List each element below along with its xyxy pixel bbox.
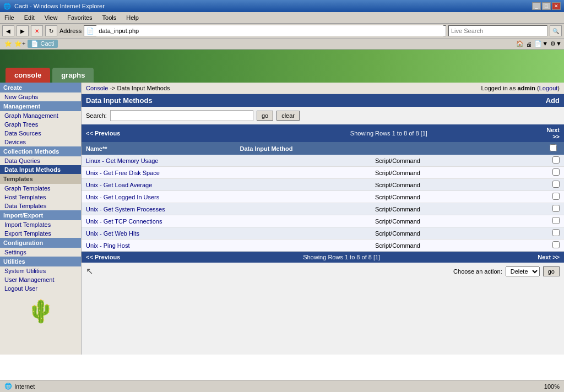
page-tools-icon[interactable]: 📄▼ — [534, 40, 548, 47]
tools-icon[interactable]: ⚙▼ — [550, 40, 562, 47]
logout-link[interactable]: Logout — [539, 85, 558, 91]
forward-button[interactable]: ▶ — [17, 25, 29, 36]
sidebar-item-import-templates[interactable]: Import Templates — [0, 220, 81, 229]
row-name-link[interactable]: Unix - Get Web Hits — [86, 230, 139, 237]
data-table-bottom: << Previous Showing Rows 1 to 8 of 8 [1]… — [82, 252, 564, 263]
tab-indicator: 📄 Cacti — [28, 40, 57, 48]
add-link[interactable]: Add — [546, 96, 560, 105]
search-field[interactable] — [110, 110, 253, 121]
data-rows-table: Linux - Get Memory Usage Script/Command … — [82, 155, 564, 252]
row-name-link[interactable]: Unix - Get System Processes — [86, 206, 165, 213]
sidebar-item-new-graphs[interactable]: New Graphs — [0, 92, 81, 101]
row-checkbox-cell — [548, 215, 564, 227]
stop-button[interactable]: ✕ — [31, 25, 43, 36]
search-clear-btn[interactable]: clear — [276, 111, 300, 121]
row-checkbox-cell — [548, 203, 564, 215]
sidebar-import-export-header: Import/Export — [0, 210, 81, 220]
sidebar-item-data-templates[interactable]: Data Templates — [0, 202, 81, 210]
tab-graphs[interactable]: graphs — [52, 68, 94, 83]
table-rows-container: Linux - Get Memory Usage Script/Command … — [82, 155, 564, 252]
row-method: Script/Command — [371, 179, 548, 191]
row-name-link[interactable]: Unix - Get Load Average — [86, 182, 152, 188]
prev-link-top[interactable]: << Previous — [86, 130, 120, 137]
title-bar: 🌐 Cacti - Windows Internet Explorer _ □ … — [0, 0, 564, 12]
row-checkbox[interactable] — [552, 156, 560, 164]
row-method: Script/Command — [371, 155, 548, 167]
sidebar-management-header: Management — [0, 101, 81, 111]
action-select[interactable]: Delete — [506, 266, 540, 276]
data-table: << Previous Showing Rows 1 to 8 of 8 [1]… — [82, 124, 564, 155]
select-all-checkbox[interactable] — [550, 144, 557, 151]
row-name-link[interactable]: Unix - Ping Host — [86, 242, 129, 249]
menu-favorites[interactable]: Favorites — [65, 13, 94, 22]
row-checkbox-cell — [548, 239, 564, 252]
sidebar-item-logout-user[interactable]: Logout User — [0, 284, 81, 293]
next-link-bottom[interactable]: Next >> — [538, 254, 560, 260]
row-checkbox[interactable] — [552, 168, 560, 176]
menu-tools[interactable]: Tools — [100, 13, 119, 22]
sidebar-item-host-templates[interactable]: Host Templates — [0, 193, 81, 202]
sidebar-item-data-input-methods[interactable]: Data Input Methods — [0, 165, 81, 174]
sidebar-item-settings[interactable]: Settings — [0, 248, 81, 257]
sidebar-configuration-header: Configuration — [0, 238, 81, 248]
menu-file[interactable]: File — [2, 13, 17, 22]
sidebar-item-graph-templates[interactable]: Graph Templates — [0, 184, 81, 193]
sidebar-item-devices[interactable]: Devices — [0, 138, 81, 146]
sidebar-item-graph-trees[interactable]: Graph Trees — [0, 120, 81, 129]
sidebar-create-header: Create — [0, 83, 81, 92]
table-row: Unix - Get Logged In Users Script/Comman… — [82, 191, 564, 203]
action-row: ↖ Choose an action: Delete go — [82, 263, 564, 280]
action-go-btn[interactable]: go — [543, 266, 560, 276]
restore-button[interactable]: □ — [542, 2, 551, 10]
showing-text-top: Showing Rows 1 to 8 of 8 [1] — [236, 124, 543, 142]
search-go-btn[interactable]: go — [257, 111, 273, 121]
close-button[interactable]: ✕ — [552, 2, 561, 10]
row-checkbox[interactable] — [552, 205, 560, 212]
col-name-header[interactable]: Name** — [86, 145, 107, 152]
minimize-button[interactable]: _ — [532, 2, 541, 10]
refresh-button[interactable]: ↻ — [45, 25, 57, 36]
content-area: Console -> Data Input Methods Logged in … — [82, 83, 564, 355]
menu-view[interactable]: View — [42, 13, 60, 22]
row-checkbox[interactable] — [552, 181, 560, 188]
breadcrumb-logout-close: ) — [557, 85, 560, 91]
tab-console[interactable]: console — [6, 68, 50, 83]
nav-row-bottom: << Previous Showing Rows 1 to 8 of 8 [1]… — [82, 252, 564, 263]
nav-row-top: << Previous Showing Rows 1 to 8 of 8 [1]… — [82, 124, 564, 142]
prev-link-bottom[interactable]: << Previous — [86, 254, 120, 260]
main-layout: Create New Graphs Management Graph Manag… — [0, 83, 564, 355]
row-name-link[interactable]: Linux - Get Memory Usage — [86, 157, 158, 164]
next-link-top[interactable]: Next >> — [546, 127, 560, 140]
menu-help[interactable]: Help — [124, 13, 141, 22]
table-row: Unix - Get Free Disk Space Script/Comman… — [82, 167, 564, 179]
sidebar-item-system-utilities[interactable]: System Utilities — [0, 266, 81, 275]
print-icon[interactable]: 🖨 — [526, 41, 532, 47]
back-button[interactable]: ◀ — [2, 25, 14, 36]
row-checkbox[interactable] — [552, 241, 560, 248]
address-input[interactable] — [96, 25, 443, 36]
search-go-button[interactable]: 🔍 — [550, 25, 562, 36]
menu-bar: File Edit View Favorites Tools Help — [0, 12, 564, 24]
sidebar-item-user-management[interactable]: User Management — [0, 275, 81, 284]
sidebar-item-data-queries[interactable]: Data Queries — [0, 156, 81, 165]
sidebar-item-graph-management[interactable]: Graph Management — [0, 111, 81, 120]
row-checkbox[interactable] — [552, 229, 560, 236]
add-favorites-icon: ⭐+ — [14, 40, 25, 47]
search-input[interactable] — [448, 25, 547, 36]
sidebar: Create New Graphs Management Graph Manag… — [0, 83, 82, 355]
breadcrumb-console-link[interactable]: Console — [86, 85, 108, 91]
table-row: Linux - Get Memory Usage Script/Command — [82, 155, 564, 167]
row-checkbox[interactable] — [552, 217, 560, 224]
page-title: Data Input Methods — [86, 96, 153, 105]
home-icon[interactable]: 🏠 — [516, 40, 524, 47]
row-checkbox-cell — [548, 191, 564, 203]
menu-edit[interactable]: Edit — [22, 13, 37, 22]
sidebar-item-data-sources[interactable]: Data Sources — [0, 129, 81, 138]
row-name-link[interactable]: Unix - Get TCP Connections — [86, 218, 162, 225]
row-name-link[interactable]: Unix - Get Free Disk Space — [86, 170, 160, 176]
browser-toolbar: ⭐ ⭐+ 📄 Cacti 🏠 🖨 📄▼ ⚙▼ — [0, 39, 564, 50]
sidebar-item-export-templates[interactable]: Export Templates — [0, 229, 81, 238]
row-name-link[interactable]: Unix - Get Logged In Users — [86, 194, 159, 200]
row-checkbox[interactable] — [552, 193, 560, 200]
table-row: Unix - Get Web Hits Script/Command — [82, 227, 564, 239]
